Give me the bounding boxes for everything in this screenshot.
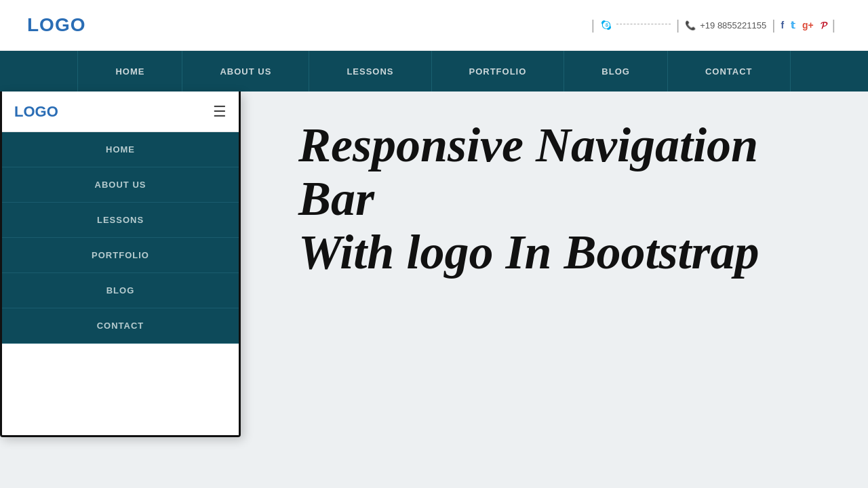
- hero-text: Responsive Navigation Bar With logo In B…: [298, 119, 827, 280]
- skype-area: [600, 19, 671, 31]
- top-bar: LOGO | | 📞 +19 8855221155 | f 𝕥 g+ 𝓟 |: [0, 0, 868, 51]
- divider-2: |: [676, 18, 679, 33]
- phone-area: 📞 +19 8855221155: [685, 20, 766, 30]
- top-right-area: | | 📞 +19 8855221155 | f 𝕥 g+ 𝓟 |: [586, 18, 841, 33]
- divider-1: |: [591, 18, 595, 33]
- navbar: HOME ABOUT US LESSONS PORTFOLIO BLOG CON…: [0, 51, 868, 92]
- mobile-device: LOGO ☰ HOME ABOUT US LESSONS PORTFOLIO B…: [0, 92, 241, 437]
- mobile-nav-blog[interactable]: BLOG: [2, 273, 239, 308]
- hero-line1: Responsive Navigation Bar: [298, 118, 758, 226]
- nav-items: HOME ABOUT US LESSONS PORTFOLIO BLOG CON…: [77, 51, 790, 92]
- phone-number: +19 8855221155: [700, 20, 766, 30]
- mobile-nav-portfolio[interactable]: PORTFOLIO: [2, 238, 239, 273]
- phone-icon: 📞: [685, 20, 696, 30]
- google-plus-icon[interactable]: g+: [802, 20, 814, 30]
- nav-about[interactable]: ABOUT US: [182, 51, 309, 92]
- logo: LOGO: [27, 14, 85, 36]
- twitter-icon[interactable]: 𝕥: [791, 20, 795, 30]
- hamburger-icon[interactable]: ☰: [213, 103, 226, 121]
- mobile-header: LOGO ☰: [2, 92, 239, 132]
- social-icons: f 𝕥 g+ 𝓟: [781, 20, 826, 31]
- hero-area: Responsive Navigation Bar With logo In B…: [258, 92, 868, 307]
- nav-blog[interactable]: BLOG: [564, 51, 668, 92]
- mobile-nav-lessons[interactable]: LESSONS: [2, 203, 239, 238]
- skype-icon: [600, 19, 612, 31]
- mobile-nav-home[interactable]: HOME: [2, 132, 239, 167]
- skype-line: [616, 24, 671, 24]
- main-content: LOGO ☰ HOME ABOUT US LESSONS PORTFOLIO B…: [0, 92, 868, 488]
- nav-portfolio[interactable]: PORTFOLIO: [432, 51, 565, 92]
- divider-3: |: [772, 18, 775, 33]
- mobile-logo: LOGO: [14, 103, 58, 121]
- nav-home[interactable]: HOME: [77, 51, 182, 92]
- mobile-menu: HOME ABOUT US LESSONS PORTFOLIO BLOG CON…: [2, 132, 239, 344]
- hero-line2: With logo In Bootstrap: [298, 225, 760, 279]
- facebook-icon[interactable]: f: [781, 20, 784, 30]
- nav-contact[interactable]: CONTACT: [668, 51, 791, 92]
- nav-lessons[interactable]: LESSONS: [309, 51, 431, 92]
- mobile-nav-about[interactable]: ABOUT US: [2, 167, 239, 203]
- pinterest-icon[interactable]: 𝓟: [821, 20, 827, 31]
- divider-4: |: [832, 18, 835, 33]
- mobile-footer: [2, 344, 239, 374]
- mobile-nav-contact[interactable]: CONTACT: [2, 308, 239, 344]
